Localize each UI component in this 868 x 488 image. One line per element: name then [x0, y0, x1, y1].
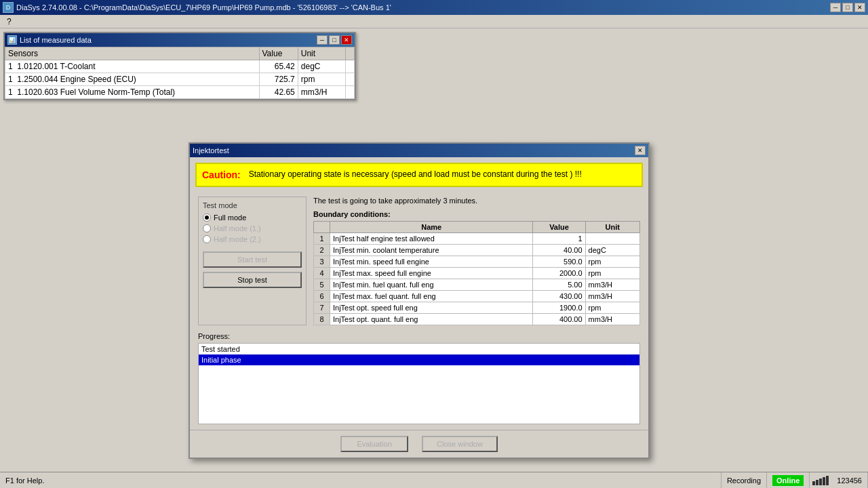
boundary-unit: mm3/H [585, 314, 639, 325]
progress-item: Initial phase [199, 354, 639, 365]
boundary-value: 400.00 [533, 314, 585, 325]
measured-sensor-name: 1 1.0120.001 T-Coolant [5, 60, 260, 73]
boundary-value: 430.00 [533, 291, 585, 302]
dialog-close-button[interactable]: ✕ [635, 146, 646, 155]
injektortest-dialog: Injektortest ✕ Caution: Stationary opera… [189, 142, 650, 459]
signal-bar-1 [812, 481, 815, 485]
boundary-unit: rpm [585, 256, 639, 268]
progress-item: Test started [199, 344, 639, 354]
test-mode-panel: Test mode Full mode Half mode (1.) Half … [198, 197, 307, 325]
boundary-name: InjTest opt. speed full eng [330, 302, 533, 314]
boundary-value: 590.0 [533, 256, 585, 268]
measured-data-minimize[interactable]: ─ [317, 35, 328, 45]
radio-full-mode-input[interactable] [203, 214, 211, 222]
boundary-table-row: 7 InjTest opt. speed full eng 1900.0 rpm [314, 302, 640, 314]
boundary-unit [585, 233, 639, 245]
boundary-col-num [314, 222, 330, 233]
dialog-content: Test mode Full mode Half mode (1.) Half … [190, 192, 648, 329]
radio-half-mode-2-input[interactable] [203, 235, 211, 243]
dialog-title-bar: Injektortest ✕ [190, 144, 648, 157]
measured-table-row: 1 1.0120.001 T-Coolant 65.42 degC [5, 60, 355, 73]
start-test-button[interactable]: Start test [203, 251, 302, 268]
radio-group: Full mode Half mode (1.) Half mode (2.) [203, 214, 302, 243]
caution-text: Stationary operating state is necessary … [249, 169, 582, 179]
recording-status: Recording [722, 472, 767, 488]
boundary-table: Name Value Unit 1 InjTest half engine te… [313, 221, 640, 325]
signal-bars [810, 476, 831, 485]
measured-data-title-bar: 📊 List of measured data ─ □ ✕ [5, 33, 355, 47]
boundary-table-row: 4 InjTest max. speed full engine 2000.0 … [314, 268, 640, 279]
measured-data-maximize[interactable]: □ [329, 35, 340, 45]
maximize-button[interactable]: □ [842, 3, 853, 12]
progress-list: Test startedInitial phase [198, 343, 640, 424]
boundary-num: 4 [314, 268, 330, 279]
app-title: DiaSys 2.74.00.08 - C:\ProgramData\DiaSy… [16, 3, 391, 12]
radio-half-mode-1-input[interactable] [203, 224, 211, 232]
radio-half-mode-1[interactable]: Half mode (1.) [203, 224, 302, 232]
col-value: Value [259, 47, 298, 60]
menu-bar: ? [0, 15, 868, 28]
online-status: Online [767, 472, 810, 488]
col-extra [345, 47, 354, 60]
boundary-unit: mm3/H [585, 291, 639, 302]
measured-data-table: Sensors Value Unit 1 1.0120.001 T-Coolan… [5, 47, 355, 99]
measured-data-close[interactable]: ✕ [341, 35, 352, 45]
measured-value: 42.65 [259, 86, 298, 99]
close-button[interactable]: ✕ [854, 3, 865, 12]
boundary-num: 7 [314, 302, 330, 314]
test-buttons: Start test Stop test [203, 251, 302, 288]
boundary-num: 3 [314, 256, 330, 268]
boundary-num: 8 [314, 314, 330, 325]
close-window-button[interactable]: Close window [422, 436, 498, 452]
measured-data-window: 📊 List of measured data ─ □ ✕ Sensors Va… [3, 32, 356, 100]
measured-unit: mm3/H [298, 86, 345, 99]
measured-data-title: List of measured data [20, 36, 92, 44]
evaluation-button[interactable]: Evaluation [340, 436, 408, 452]
boundary-title: Boundary conditions: [313, 210, 640, 218]
radio-half-mode-2[interactable]: Half mode (2.) [203, 235, 302, 243]
boundary-value: 1 [533, 233, 585, 245]
boundary-num: 6 [314, 291, 330, 302]
boundary-name: InjTest min. fuel quant. full eng [330, 279, 533, 291]
radio-half-mode-2-label: Half mode (2.) [214, 235, 261, 243]
measured-table-row: 1 1.1020.603 Fuel Volume Norm-Temp (Tota… [5, 86, 355, 99]
radio-half-mode-1-label: Half mode (1.) [214, 224, 261, 232]
main-title-bar: D DiaSys 2.74.00.08 - C:\ProgramData\Dia… [0, 0, 868, 15]
help-text: F1 for Help. [0, 472, 722, 488]
minimize-button[interactable]: ─ [830, 3, 841, 12]
boundary-name: InjTest max. speed full engine [330, 268, 533, 279]
measured-table-row: 1 1.2500.044 Engine Speed (ECU) 725.7 rp… [5, 73, 355, 86]
info-text: The test is going to take approximately … [313, 197, 640, 205]
boundary-col-name: Name [330, 222, 533, 233]
caution-box: Caution: Stationary operating state is n… [195, 163, 643, 187]
boundary-name: InjTest opt. quant. full eng [330, 314, 533, 325]
boundary-table-row: 1 InjTest half engine test allowed 1 [314, 233, 640, 245]
test-mode-title: Test mode [203, 201, 302, 209]
measured-data-icon: 📊 [7, 35, 17, 45]
boundary-value: 5.00 [533, 279, 585, 291]
boundary-value: 1900.0 [533, 302, 585, 314]
menu-help[interactable]: ? [3, 16, 16, 28]
signal-bar-3 [819, 479, 822, 485]
boundary-num: 1 [314, 233, 330, 245]
boundary-name: InjTest min. coolant temperature [330, 245, 533, 256]
boundary-unit: mm3/H [585, 279, 639, 291]
boundary-unit: rpm [585, 268, 639, 279]
dialog-title: Injektortest [193, 146, 229, 155]
measured-sensor-name: 1 1.2500.044 Engine Speed (ECU) [5, 73, 260, 86]
radio-full-mode[interactable]: Full mode [203, 214, 302, 222]
measured-unit: degC [298, 60, 345, 73]
boundary-table-row: 3 InjTest min. speed full engine 590.0 r… [314, 256, 640, 268]
measured-sensor-name: 1 1.1020.603 Fuel Volume Norm-Temp (Tota… [5, 86, 260, 99]
stop-test-button[interactable]: Stop test [203, 272, 302, 288]
boundary-table-row: 6 InjTest max. fuel quant. full eng 430.… [314, 291, 640, 302]
measured-value: 65.42 [259, 60, 298, 73]
boundary-table-row: 8 InjTest opt. quant. full eng 400.00 mm… [314, 314, 640, 325]
boundary-unit: degC [585, 245, 639, 256]
boundary-name: InjTest min. speed full engine [330, 256, 533, 268]
measured-unit: rpm [298, 73, 345, 86]
boundary-name: InjTest half engine test allowed [330, 233, 533, 245]
status-bar: F1 for Help. Recording Online 123456 [0, 472, 868, 488]
boundary-table-row: 2 InjTest min. coolant temperature 40.00… [314, 245, 640, 256]
signal-bar-2 [816, 480, 818, 485]
